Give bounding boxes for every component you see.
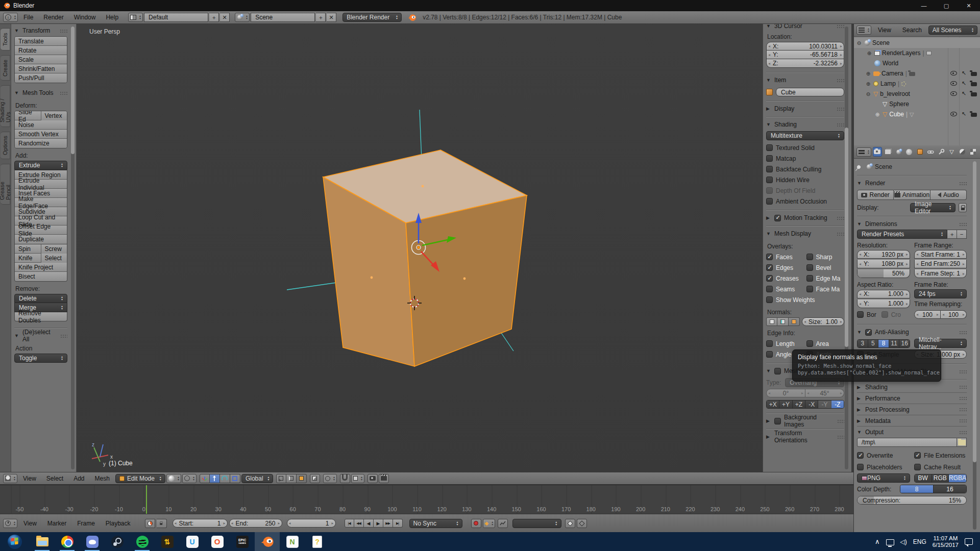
tab-texture[interactable] <box>968 147 977 157</box>
timeline-menu-playback[interactable]: Playback <box>101 514 135 532</box>
taskbar-chrome[interactable] <box>55 532 80 551</box>
tab-shading-uvs[interactable]: Shading / UVs <box>1 85 10 127</box>
add-scene-button[interactable]: ＋ <box>316 13 326 22</box>
npanel-scrollbar-thumb[interactable] <box>845 128 848 347</box>
viewport-menu-mesh[interactable]: Mesh <box>90 472 114 484</box>
smooth-vertex-button[interactable]: Smooth Vertex <box>15 130 67 139</box>
transform-tool-button[interactable]: Push/Pull <box>15 73 67 83</box>
remap-new-field[interactable]: ◂100▸ <box>941 310 967 319</box>
close-button[interactable]: ✕ <box>958 0 980 11</box>
mode-dropdown[interactable]: Edit Mode▴▾ <box>115 474 165 483</box>
shading-checkbox-row[interactable]: Matcap <box>766 153 844 164</box>
menu-render[interactable]: Render <box>39 11 68 23</box>
viewport-menu-select[interactable]: Select <box>42 472 68 484</box>
resolution-y-field[interactable]: ◂Y:1080 px▸ <box>857 260 910 268</box>
aa-sample-button[interactable]: 5 <box>868 340 879 347</box>
jump-to-start-button[interactable]: |◀ <box>345 519 354 528</box>
outliner-menu-search[interactable]: Search <box>898 24 926 36</box>
proportional-edit-dropdown[interactable]: ▴▾ <box>323 474 337 483</box>
outliner-row-camera[interactable]: ⊕Camera| ↖ <box>854 68 980 79</box>
overlay-checkbox-row[interactable]: Face Ma <box>806 284 845 294</box>
bisect-button[interactable]: Bisect <box>15 272 67 281</box>
output-path-field[interactable]: /tmp\ <box>857 438 957 447</box>
visibility-eye-icon[interactable] <box>950 112 957 116</box>
face-normals-icon[interactable] <box>789 317 800 326</box>
item-name-field[interactable]: Cube <box>776 88 844 96</box>
collapsed-panel-header[interactable]: ▶Performance <box>857 393 967 404</box>
panel-grip[interactable] <box>837 216 844 220</box>
jump-to-end-button[interactable]: ▶| <box>393 519 403 528</box>
axis-button[interactable]: -Z <box>831 400 844 408</box>
render-opengl-anim-button[interactable] <box>379 474 389 483</box>
vertex-normals-icon[interactable] <box>766 317 777 326</box>
knife-select-button[interactable]: Select <box>41 254 67 263</box>
viewport-menu-view[interactable]: View <box>18 472 41 484</box>
knife-project-button[interactable]: Knife Project <box>15 263 67 272</box>
outliner-row-lamp[interactable]: ⊕Lamp| ↖ <box>854 79 980 89</box>
axis-button[interactable]: -X <box>805 400 818 408</box>
panel-grip[interactable] <box>837 107 844 111</box>
timeline-editor-type-button[interactable]: ▴▾ <box>3 519 17 528</box>
render-button[interactable]: Render <box>857 190 894 200</box>
taskbar-origin[interactable]: O <box>205 532 230 551</box>
tab-options[interactable]: Options <box>1 132 10 159</box>
panel-grip[interactable] <box>959 222 967 226</box>
occlude-geometry-button[interactable] <box>310 474 320 483</box>
volume-icon[interactable]: ◁) <box>900 538 907 545</box>
panel-grip[interactable] <box>959 396 967 400</box>
viewport-shading-dropdown[interactable]: ▴▾ <box>166 474 181 483</box>
border-checkbox-row[interactable]: Bor <box>857 309 876 320</box>
overlay-checkbox-row[interactable]: Edges <box>766 262 804 273</box>
overlay-checkbox-row[interactable]: Creases <box>766 273 804 284</box>
remap-old-field[interactable]: ◂100▸ <box>914 310 941 319</box>
tray-expand-chevron-icon[interactable]: ∧ <box>875 538 880 545</box>
tab-mesh-data[interactable]: ▽ <box>947 147 957 157</box>
cursor-x-field[interactable]: ◂X:100.03011▸ <box>766 42 844 51</box>
start-frame-field[interactable]: ◂Start Frame:1▸ <box>914 250 967 259</box>
mesh-add-tool-button[interactable]: Offset Edge Slide <box>15 226 67 235</box>
timeline-menu-marker[interactable]: Marker <box>43 514 71 532</box>
menu-file[interactable]: File <box>19 11 38 23</box>
aa-sample-button[interactable]: 8 <box>878 340 889 347</box>
timeline-menu-view[interactable]: View <box>19 514 41 532</box>
shading-checkbox-row[interactable]: Hidden Wire <box>766 174 844 185</box>
start-frame-field[interactable]: ◂Start:1▸ <box>173 519 228 528</box>
outliner-row-b-levelroot[interactable]: ⊖▽b_levelroot ↖ <box>854 89 980 99</box>
manipulator-scale-toggle[interactable] <box>230 474 240 483</box>
axis-button[interactable]: -Y <box>818 400 831 408</box>
mesh-tools-panel-header[interactable]: ▼Mesh Tools <box>14 87 67 98</box>
taskbar-spotify[interactable] <box>130 532 155 551</box>
crop-checkbox-row[interactable]: Cro <box>881 309 901 320</box>
panel-grip[interactable] <box>959 431 967 434</box>
shading-checkbox-row[interactable]: Backface Culling <box>766 164 844 174</box>
channel-button[interactable]: BW <box>915 474 932 482</box>
overlay-checkbox-row[interactable]: Bevel <box>806 262 845 273</box>
transform-orientations-panel-header[interactable]: ▶Transform Orientations <box>766 431 844 442</box>
keying-set-dropdown[interactable]: ◆▴▾ <box>483 519 496 528</box>
tab-constraints[interactable] <box>926 147 935 157</box>
loop-normals-icon[interactable] <box>777 317 789 326</box>
tab-render-layers[interactable] <box>884 147 893 157</box>
mesh-display-panel-header[interactable]: ▼Mesh Display <box>766 228 844 239</box>
render-panel-header[interactable]: ▼Render <box>857 178 967 189</box>
motion-tracking-checkbox[interactable] <box>774 215 781 221</box>
transform-panel-header[interactable]: ▼Transform <box>14 25 67 36</box>
item-panel-header[interactable]: ▼Item <box>766 74 844 86</box>
tab-modifiers[interactable] <box>937 147 946 157</box>
transform-tool-button[interactable]: Rotate <box>15 46 67 55</box>
lock-time-button[interactable] <box>157 519 167 528</box>
tab-render[interactable] <box>873 147 882 157</box>
minimize-button[interactable]: — <box>913 0 935 11</box>
delete-layout-button[interactable]: ✕ <box>220 13 230 22</box>
scene-field[interactable]: Scene <box>251 13 315 22</box>
render-opengl-button[interactable] <box>368 474 378 483</box>
display-dropdown[interactable]: Image Editor▴▾ <box>910 203 955 212</box>
tab-grease-pencil[interactable]: Grease Pencil <box>1 164 10 205</box>
tab-object[interactable] <box>915 147 924 157</box>
resolution-percentage-slider[interactable]: 50% <box>857 269 910 278</box>
properties-editor-type-button[interactable]: ▴▾ <box>856 147 871 157</box>
overlay-checkbox-row[interactable]: Edge Ma <box>806 273 845 284</box>
shading-panel-header[interactable]: ▼Shading <box>766 119 844 130</box>
renderability-camera-icon[interactable] <box>971 113 977 117</box>
lock-icon[interactable] <box>959 203 967 212</box>
